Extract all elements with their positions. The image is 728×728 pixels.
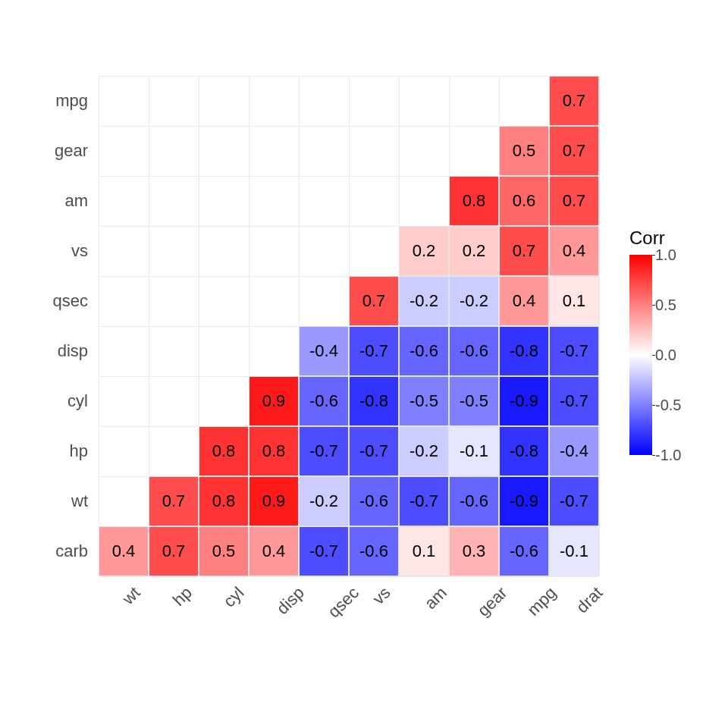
heatmap-cell — [399, 276, 449, 326]
x-axis-tick: qsec — [324, 583, 362, 622]
heatmap-cell — [499, 526, 549, 576]
legend-tick: 0.5 — [655, 297, 676, 314]
heatmap-cell — [349, 326, 399, 376]
legend-tick: 0.0 — [655, 347, 676, 364]
legend: Corr -1.0-0.50.00.51.0 — [629, 228, 665, 455]
heatmap-cell — [249, 376, 299, 426]
heatmap-cell — [149, 476, 199, 526]
heatmap-cell — [449, 176, 499, 226]
legend-colorbar: -1.0-0.50.00.51.0 — [629, 255, 652, 455]
heatmap-cell — [499, 376, 549, 426]
heatmap-cell — [549, 126, 599, 176]
heatmap-cell — [199, 426, 249, 476]
heatmap-cell — [449, 426, 499, 476]
heatmap-cell — [499, 326, 549, 376]
heatmap-cell — [449, 526, 499, 576]
heatmap-cell — [449, 226, 499, 276]
y-axis-tick: wt — [0, 491, 88, 511]
x-axis-tick: am — [421, 583, 451, 613]
heatmap-cell — [549, 276, 599, 326]
y-axis-tick: gear — [0, 141, 88, 161]
y-axis-tick: qsec — [0, 291, 88, 311]
heatmap-cell — [399, 526, 449, 576]
heatmap-cell — [499, 126, 549, 176]
heatmap-cell — [549, 326, 599, 376]
heatmap-cell — [549, 176, 599, 226]
heatmap-cell — [399, 426, 449, 476]
legend-tick: -0.5 — [655, 397, 681, 414]
heatmap-cell — [299, 426, 349, 476]
heatmap-cell — [549, 76, 599, 126]
x-axis-tick: vs — [369, 583, 394, 609]
y-axis-tick: mpg — [0, 91, 88, 111]
heatmap-cell — [249, 476, 299, 526]
x-axis-tick: gear — [474, 583, 512, 621]
heatmap-cell — [149, 526, 199, 576]
heatmap-cell — [349, 476, 399, 526]
heatmap-cell — [449, 376, 499, 426]
y-axis-tick: cyl — [0, 391, 88, 411]
heatmap-cell — [99, 526, 149, 576]
legend-tick: -1.0 — [655, 447, 681, 464]
heatmap-cell — [399, 326, 449, 376]
heatmap-cell — [549, 376, 599, 426]
legend-tick: 1.0 — [655, 246, 676, 264]
heatmap-cell — [549, 226, 599, 276]
heatmap-cell — [449, 326, 499, 376]
heatmap-cell — [299, 326, 349, 376]
y-axis-tick: am — [0, 191, 88, 211]
heatmap-cell — [199, 526, 249, 576]
heatmap-cell — [449, 276, 499, 326]
heatmap-cell — [499, 226, 549, 276]
x-axis-tick: disp — [273, 583, 309, 619]
x-axis-tick: drat — [573, 583, 607, 617]
heatmap-cell — [449, 476, 499, 526]
heatmap-cell — [499, 276, 549, 326]
y-axis-tick: disp — [0, 341, 88, 361]
x-axis-tick: hp — [169, 583, 196, 610]
heatmap-cell — [299, 526, 349, 576]
heatmap-cell — [399, 476, 449, 526]
heatmap-cell — [349, 526, 399, 576]
y-axis-tick: carb — [0, 541, 88, 561]
heatmap-cell — [399, 376, 449, 426]
heatmap-cell — [249, 426, 299, 476]
heatmap-cell — [549, 476, 599, 526]
y-axis-tick: hp — [0, 441, 88, 461]
heatmap-cell — [299, 376, 349, 426]
heatmap-cell — [299, 476, 349, 526]
heatmap-cell — [249, 526, 299, 576]
heatmap-cell — [349, 376, 399, 426]
heatmap-cell — [399, 226, 449, 276]
heatmap-cell — [549, 526, 599, 576]
heatmap-cell — [499, 176, 549, 226]
heatmap-cell — [349, 276, 399, 326]
x-axis-tick: mpg — [523, 583, 560, 620]
y-axis-tick: vs — [0, 241, 88, 261]
heatmap-cell — [499, 476, 549, 526]
heatmap-cell — [499, 426, 549, 476]
x-axis-tick: cyl — [220, 583, 248, 611]
heatmap-cell — [549, 426, 599, 476]
heatmap-panel: 0.40.70.50.4-0.7-0.60.10.3-0.6-0.10.70.8… — [99, 76, 599, 576]
heatmap-cell — [349, 426, 399, 476]
x-axis-tick: wt — [118, 583, 144, 609]
heatmap-cell — [199, 476, 249, 526]
